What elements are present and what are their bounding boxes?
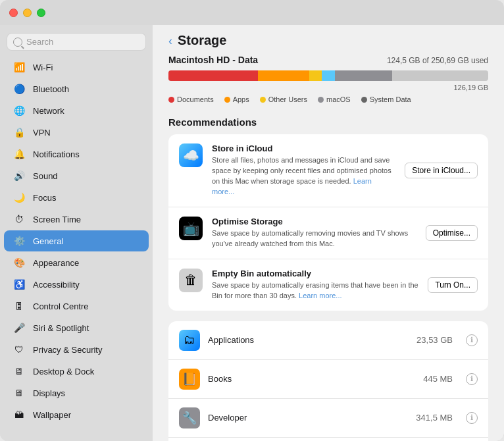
notifications-label: Notifications	[33, 149, 80, 159]
legend-dot	[168, 97, 174, 103]
wallpaper-label: Wallpaper	[33, 410, 71, 420]
sidebar-item-network[interactable]: 🌐 Network	[4, 100, 149, 121]
legend-label: Documents	[177, 95, 214, 103]
storage-header: Macintosh HD - Data 124,5 GB of 250,69 G…	[168, 55, 488, 65]
storage-list-item-applications[interactable]: 🗂 Applications 23,53 GB ℹ	[168, 321, 488, 360]
content-body: Macintosh HD - Data 124,5 GB of 250,69 G…	[153, 55, 504, 441]
emptybin-button[interactable]: Turn On...	[428, 277, 478, 293]
screentime-label: Screen Time	[33, 215, 81, 224]
sidebar-item-siri[interactable]: 🎤 Siri & Spotlight	[4, 317, 149, 338]
close-button[interactable]	[9, 9, 18, 17]
controlcentre-label: Control Centre	[33, 301, 89, 311]
legend-item-other-users: Other Users	[260, 95, 307, 103]
bar-segment-apps	[258, 70, 309, 81]
optimise-text: Optimise Storage Save space by automatic…	[212, 217, 416, 249]
sidebar-item-accessibility[interactable]: ♿ Accessibility	[4, 274, 149, 295]
books-size: 445 MB	[423, 374, 453, 384]
bluetooth-icon: 🔵	[12, 82, 26, 96]
sidebar-item-displays[interactable]: 🖥 Displays	[4, 382, 149, 403]
legend-dot	[260, 97, 266, 103]
privacy-label: Privacy & Security	[33, 345, 102, 355]
sidebar-item-notifications[interactable]: 🔔 Notifications	[4, 143, 149, 165]
privacy-icon: 🛡	[12, 342, 26, 357]
emptybin-icon: 🗑	[179, 269, 203, 292]
rec-card-icloud: ☁️ Store in iCloud Store all files, phot…	[168, 134, 488, 207]
storage-bar	[168, 70, 488, 81]
storage-list-item-books[interactable]: 📙 Books 445 MB ℹ	[168, 360, 488, 399]
wifi-label: Wi-Fi	[33, 63, 53, 72]
developer-label: Developer	[208, 413, 408, 423]
general-icon: ⚙️	[12, 234, 26, 248]
accessibility-label: Accessibility	[33, 280, 80, 290]
legend-label: System Data	[370, 95, 411, 103]
books-info-button[interactable]: ℹ	[466, 373, 478, 385]
sidebar-item-privacy[interactable]: 🛡 Privacy & Security	[4, 339, 149, 360]
emptybin-text: Empty Bin automatically Save space by au…	[212, 269, 418, 301]
sidebar-item-wallpaper[interactable]: 🏔 Wallpaper	[4, 404, 149, 425]
content-header: ‹ Storage	[153, 25, 504, 55]
developer-icon: 🔧	[179, 407, 200, 428]
rec-card-optimise: 📺 Optimise Storage Save space by automat…	[168, 207, 488, 259]
titlebar	[0, 0, 153, 25]
legend-dot	[361, 97, 367, 103]
legend-dot	[224, 97, 230, 103]
icloud-desc: Store all files, photos and messages in …	[212, 155, 395, 197]
displays-label: Displays	[33, 388, 65, 398]
developer-info-button[interactable]: ℹ	[466, 412, 478, 424]
recommendations-list: ☁️ Store in iCloud Store all files, phot…	[168, 134, 488, 311]
optimise-title: Optimise Storage	[212, 217, 416, 226]
focus-label: Focus	[33, 193, 56, 203]
focus-icon: 🌙	[12, 190, 26, 205]
sidebar-item-appearance[interactable]: 🎨 Appearance	[4, 252, 149, 273]
sidebar-item-bluetooth[interactable]: 🔵 Bluetooth	[4, 78, 149, 99]
legend-item-documents: Documents	[168, 95, 214, 103]
icloud-icon: ☁️	[179, 143, 203, 167]
vpn-label: VPN	[33, 128, 51, 138]
storage-list-item-developer[interactable]: 🔧 Developer 341,5 MB ℹ	[168, 399, 488, 438]
displays-icon: 🖥	[12, 386, 26, 400]
network-label: Network	[33, 106, 64, 116]
wifi-icon: 📶	[12, 60, 26, 74]
applications-size: 23,53 GB	[416, 335, 453, 345]
optimise-icon: 📺	[179, 217, 203, 240]
sidebar-item-wifi[interactable]: 📶 Wi-Fi	[4, 57, 149, 78]
general-label: General	[33, 236, 63, 246]
search-bar[interactable]: Search	[7, 33, 146, 51]
sidebar-item-general[interactable]: ⚙️ General	[4, 230, 149, 251]
sound-icon: 🔊	[12, 169, 26, 183]
emptybin-desc: Save space by automatically erasing item…	[212, 280, 418, 301]
screentime-icon: ⏱	[12, 212, 26, 226]
sidebar-item-vpn[interactable]: 🔒 VPN	[4, 122, 149, 143]
learn-more-link[interactable]: Learn more...	[299, 292, 341, 299]
applications-info-button[interactable]: ℹ	[466, 334, 478, 346]
maximize-button[interactable]	[37, 9, 45, 17]
legend-label: Other Users	[268, 95, 307, 103]
back-button[interactable]: ‹	[168, 35, 172, 47]
applications-icon: 🗂	[179, 330, 200, 351]
sidebar-item-sound[interactable]: 🔊 Sound	[4, 165, 149, 186]
icloud-button[interactable]: Store in iCloud...	[405, 163, 478, 178]
sidebar-item-desktopdock[interactable]: 🖥 Desktop & Dock	[4, 361, 149, 382]
bar-segment-macos	[322, 70, 334, 81]
books-icon: 📙	[179, 369, 200, 390]
applications-label: Applications	[208, 335, 409, 345]
bar-segment-other-users	[309, 70, 322, 81]
storage-section: Macintosh HD - Data 124,5 GB of 250,69 G…	[168, 55, 488, 103]
page-title: Storage	[178, 33, 226, 48]
sidebar-item-controlcentre[interactable]: 🎛 Control Centre	[4, 296, 149, 317]
icloud-title: Store in iCloud	[212, 143, 395, 153]
main-content: ‹ Storage Macintosh HD - Data 124,5 GB o…	[153, 0, 504, 441]
recommendations-heading: Recommendations	[168, 117, 488, 128]
sidebar-item-focus[interactable]: 🌙 Focus	[4, 187, 149, 208]
appearance-label: Appearance	[33, 258, 79, 268]
optimise-button[interactable]: Optimise...	[426, 225, 478, 241]
vpn-icon: 🔒	[12, 125, 26, 140]
wallpaper-icon: 🏔	[12, 407, 26, 422]
search-placeholder: Search	[26, 37, 53, 47]
icloud-text: Store in iCloud Store all files, photos …	[212, 143, 395, 197]
minimize-button[interactable]	[23, 9, 32, 17]
sidebar-item-screentime[interactable]: ⏱ Screen Time	[4, 209, 149, 230]
storage-list-item-documents[interactable]: 📄 Documents 59,9 GB ℹ	[168, 438, 488, 442]
learn-more-link[interactable]: Learn more...	[212, 177, 372, 195]
storage-items-list: 🗂 Applications 23,53 GB ℹ 📙 Books 445 MB…	[168, 321, 488, 442]
